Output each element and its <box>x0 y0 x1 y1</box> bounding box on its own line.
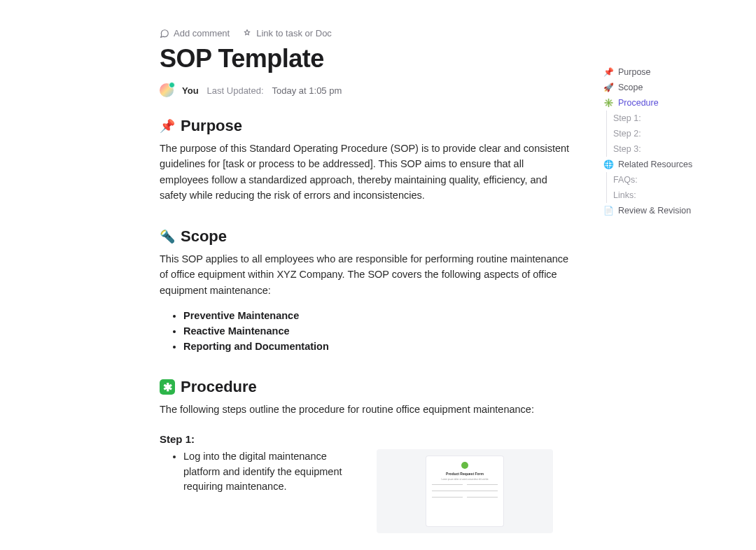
outline-label: Related Resources <box>618 160 692 169</box>
outline-label: FAQs: <box>613 175 638 185</box>
form-thumb-text: Lorem ipsum dolor sit amet consectetur e… <box>441 479 488 481</box>
list-item: Log into the digital maintenance platfor… <box>183 449 356 495</box>
list-item: Reporting and Documentation <box>183 339 573 354</box>
scope-heading-text: Scope <box>181 227 227 246</box>
outline-emoji-icon: ✳️ <box>603 98 614 108</box>
add-comment-label: Add comment <box>174 28 230 38</box>
outline-subitem[interactable]: Links: <box>603 188 722 203</box>
outline-item[interactable]: ✳️Procedure <box>603 95 722 111</box>
outline-subitem[interactable]: FAQs: <box>603 172 722 188</box>
form-avatar-icon <box>461 462 468 469</box>
outline-label: Purpose <box>618 67 651 77</box>
scope-list: Preventive Maintenance Reactive Maintena… <box>160 308 573 354</box>
outline-emoji-icon: 📌 <box>603 67 614 77</box>
list-item: Reactive Maintenance <box>183 323 573 339</box>
procedure-body: The following steps outline the procedur… <box>160 402 573 417</box>
outline-label: Links: <box>613 190 636 200</box>
outline-subitem[interactable]: Step 1: <box>603 111 722 126</box>
outline-item[interactable]: 🌐Related Resources <box>603 157 722 172</box>
link-doc-label: Link to task or Doc <box>256 28 332 38</box>
section-procedure: ✱ Procedure The following steps outline … <box>160 378 573 533</box>
add-comment-button[interactable]: Add comment <box>160 28 230 38</box>
purpose-heading-text: Purpose <box>181 117 242 135</box>
doc-meta: You Last Updated: Today at 1:05 pm <box>160 83 573 97</box>
outline-item[interactable]: 📌Purpose <box>603 64 722 80</box>
doc-toolbar: Add comment Link to task or Doc <box>160 28 573 38</box>
list-item: Preventive Maintenance <box>183 308 573 323</box>
outline-label: Step 2: <box>613 129 641 139</box>
updated-value: Today at 1:05 pm <box>272 85 342 96</box>
purpose-body: The purpose of this Standard Operating P… <box>160 141 573 204</box>
scope-heading: 🔦 Scope <box>160 227 573 246</box>
step1-label: Step 1: <box>160 433 573 445</box>
link-icon <box>242 29 252 38</box>
updated-label: Last Updated: <box>207 85 264 96</box>
outline-subitem[interactable]: Step 3: <box>603 141 722 157</box>
purpose-heading: 📌 Purpose <box>160 117 573 135</box>
outline-item[interactable]: 📄Review & Revision <box>603 203 722 218</box>
section-purpose: 📌 Purpose The purpose of this Standard O… <box>160 117 573 204</box>
form-thumb-title: Product Request Form <box>446 472 484 476</box>
scope-body: This SOP applies to all employees who ar… <box>160 251 573 298</box>
link-doc-button[interactable]: Link to task or Doc <box>242 28 332 38</box>
outline-emoji-icon: 📄 <box>603 206 614 216</box>
outline-item[interactable]: 🚀Scope <box>603 80 722 95</box>
outline-emoji-icon: 🚀 <box>603 83 614 92</box>
step1-list: Log into the digital maintenance platfor… <box>160 449 356 495</box>
section-scope: 🔦 Scope This SOP applies to all employee… <box>160 227 573 354</box>
pushpin-icon: 📌 <box>160 118 175 134</box>
asterisk-icon: ✱ <box>160 379 175 395</box>
outline-subitem[interactable]: Step 2: <box>603 126 722 141</box>
form-card: Product Request Form Lorem ipsum dolor s… <box>426 456 503 526</box>
author-name: You <box>182 85 199 96</box>
procedure-heading: ✱ Procedure <box>160 378 573 396</box>
procedure-heading-text: Procedure <box>181 378 257 396</box>
outline-label: Scope <box>618 83 643 92</box>
outline-label: Step 3: <box>613 144 641 154</box>
comment-icon <box>160 29 169 38</box>
outline-label: Step 1: <box>613 113 641 123</box>
page-title: SOP Template <box>160 44 573 73</box>
outline-nav: 📌Purpose🚀Scope✳️ProcedureStep 1:Step 2:S… <box>603 64 722 218</box>
document-main: Add comment Link to task or Doc SOP Temp… <box>160 28 573 550</box>
outline-label: Review & Revision <box>618 206 691 216</box>
avatar[interactable] <box>160 83 174 97</box>
outline-emoji-icon: 🌐 <box>603 160 614 169</box>
step1-row: Log into the digital maintenance platfor… <box>160 449 573 533</box>
form-thumbnail[interactable]: Product Request Form Lorem ipsum dolor s… <box>377 449 553 533</box>
flashlight-icon: 🔦 <box>160 229 175 244</box>
outline-label: Procedure <box>618 98 659 108</box>
